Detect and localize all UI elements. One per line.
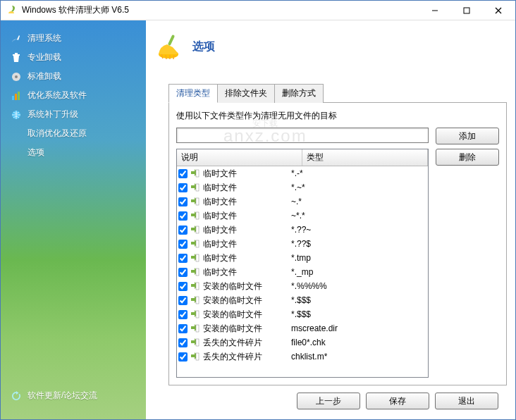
sidebar-item-1[interactable]: 专业卸载 — [1, 48, 146, 67]
delete-button[interactable]: 删除 — [436, 149, 499, 166]
sidebar-item-0[interactable]: 清理系统 — [1, 29, 146, 48]
svg-rect-23 — [196, 325, 199, 332]
row-desc: 临时文件 — [203, 224, 237, 236]
row-type: *.tmp — [291, 253, 428, 263]
table-row[interactable]: 安装的临时文件*.$$$ — [177, 293, 428, 307]
row-desc: 临时文件 — [203, 182, 237, 194]
file-icon — [189, 323, 200, 334]
exit-button[interactable]: 退出 — [435, 393, 498, 409]
tab-0[interactable]: 清理类型 — [168, 84, 218, 103]
sidebar-item-4[interactable]: 系统补丁升级 — [1, 105, 146, 124]
tab-1[interactable]: 排除文件夹 — [217, 84, 275, 103]
tab-bar: 清理类型排除文件夹删除方式 — [168, 83, 507, 102]
globe-icon — [11, 109, 22, 121]
row-checkbox[interactable] — [178, 352, 188, 362]
sidebar-item-6[interactable]: 选项 — [1, 143, 146, 162]
row-checkbox[interactable] — [178, 296, 188, 305]
maximize-button[interactable] — [450, 1, 482, 20]
table-body[interactable]: 临时文件*.-*临时文件*.~*临时文件~.*临时文件~*.*临时文件*.??~… — [177, 166, 428, 377]
table-row[interactable]: 安装的临时文件*.$$$ — [177, 307, 428, 321]
svg-rect-15 — [196, 212, 199, 219]
disc-icon — [11, 71, 22, 82]
row-desc: 临时文件 — [203, 252, 237, 264]
row-checkbox[interactable] — [178, 282, 188, 291]
row-desc: 临时文件 — [203, 238, 237, 250]
table-row[interactable]: 临时文件*.??~ — [177, 223, 428, 237]
file-icon — [189, 196, 200, 207]
sidebar-item-label: 系统补丁升级 — [27, 109, 78, 121]
sidebar-item-2[interactable]: 标准卸载 — [1, 67, 146, 86]
table-row[interactable]: 临时文件*.??$ — [177, 237, 428, 251]
add-button[interactable]: 添加 — [436, 128, 499, 144]
trash-icon — [11, 52, 22, 63]
table-row[interactable]: 临时文件~.* — [177, 194, 428, 209]
row-checkbox[interactable] — [178, 254, 188, 263]
file-icon — [189, 182, 200, 193]
broom-icon — [11, 33, 22, 44]
tab-2[interactable]: 删除方式 — [274, 84, 324, 103]
table-row[interactable]: 临时文件*._mp — [177, 265, 428, 279]
row-type: file0*.chk — [291, 338, 428, 347]
row-checkbox[interactable] — [178, 240, 188, 249]
table-row[interactable]: 安装的临时文件mscreate.dir — [177, 321, 428, 335]
table-row[interactable]: 安装的临时文件*.%%%% — [177, 279, 428, 293]
row-checkbox[interactable] — [178, 211, 188, 221]
footer: 上一步 保存 退出 — [154, 385, 507, 412]
row-desc: 安装的临时文件 — [203, 323, 262, 335]
row-checkbox[interactable] — [178, 310, 188, 319]
table-row[interactable]: 临时文件~*.* — [177, 209, 428, 223]
row-type: *.$$$ — [291, 295, 428, 305]
svg-point-5 — [15, 75, 18, 78]
svg-rect-12 — [196, 170, 199, 177]
row-type: ~.* — [291, 197, 428, 206]
svg-rect-17 — [196, 240, 199, 247]
svg-rect-7 — [15, 94, 17, 100]
titlebar: Windows 软件清理大师 V6.5 — [1, 1, 515, 20]
row-checkbox[interactable] — [178, 183, 188, 192]
row-checkbox[interactable] — [178, 338, 188, 347]
row-desc: 安装的临时文件 — [203, 280, 262, 292]
filetype-table: 说明 类型 临时文件*.-*临时文件*.~*临时文件~.*临时文件~*.*临时文… — [176, 149, 429, 378]
sidebar-item-update[interactable]: 软件更新/论坛交流 — [1, 386, 146, 405]
row-checkbox[interactable] — [178, 226, 188, 235]
row-desc: 临时文件 — [203, 266, 237, 278]
row-checkbox[interactable] — [178, 197, 188, 206]
page-title: 选项 — [192, 39, 215, 54]
panel-description: 使用以下文件类型作为清理无用文件的目标 — [176, 110, 499, 122]
sidebar-item-label: 优化系统及软件 — [27, 89, 87, 101]
svg-rect-19 — [196, 268, 199, 276]
row-desc: 临时文件 — [203, 210, 237, 222]
file-icon — [189, 295, 200, 306]
svg-rect-1 — [464, 8, 469, 13]
sidebar-item-label: 清理系统 — [27, 32, 61, 44]
row-checkbox[interactable] — [178, 169, 188, 178]
column-header-type[interactable]: 类型 — [302, 149, 428, 166]
table-row[interactable]: 丢失的文件碎片chklist.m* — [177, 350, 428, 364]
row-checkbox[interactable] — [178, 324, 188, 333]
chart-icon — [11, 90, 22, 101]
row-type: *.$$$ — [291, 309, 428, 319]
file-icon — [189, 210, 200, 221]
table-row[interactable]: 临时文件*.~* — [177, 180, 428, 194]
table-row[interactable]: 临时文件*.-* — [177, 166, 428, 180]
row-type: chklist.m* — [291, 352, 428, 362]
row-type: *.%%%% — [291, 281, 428, 291]
table-row[interactable]: 丢失的文件碎片file0*.chk — [177, 335, 428, 350]
column-header-desc[interactable]: 说明 — [177, 149, 302, 166]
table-row[interactable]: 临时文件*.tmp — [177, 251, 428, 265]
app-icon — [6, 5, 18, 16]
close-button[interactable] — [482, 1, 514, 20]
svg-rect-13 — [196, 184, 199, 191]
sidebar-item-3[interactable]: 优化系统及软件 — [1, 86, 146, 105]
file-icon — [189, 351, 200, 362]
sidebar-item-5[interactable]: 取消优化及还原 — [1, 124, 146, 143]
filetype-input[interactable] — [176, 128, 429, 143]
save-button[interactable]: 保存 — [366, 393, 429, 409]
row-type: *.??$ — [291, 239, 428, 249]
minimize-button[interactable] — [419, 1, 450, 20]
row-type: *.??~ — [291, 225, 428, 235]
file-icon — [189, 266, 200, 278]
prev-button[interactable]: 上一步 — [297, 393, 360, 409]
file-icon — [189, 168, 200, 179]
row-checkbox[interactable] — [178, 268, 188, 277]
